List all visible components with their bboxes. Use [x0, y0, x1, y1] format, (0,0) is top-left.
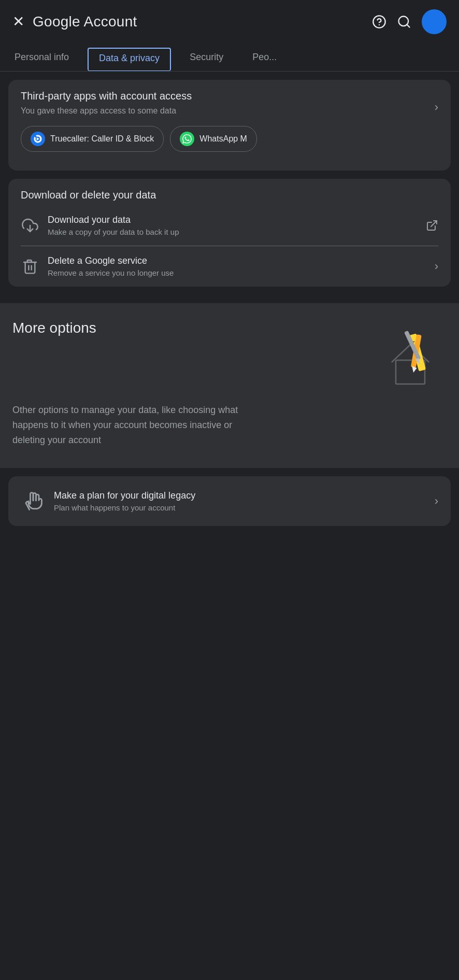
svg-line-3	[407, 24, 409, 27]
third-party-subtitle: You gave these apps access to some data	[21, 106, 192, 116]
third-party-apps-card: Third-party apps with account access You…	[8, 80, 451, 171]
legacy-title: Make a plan for your digital legacy	[54, 490, 426, 501]
third-party-header-row[interactable]: Third-party apps with account access You…	[21, 90, 438, 124]
main-content: Third-party apps with account access You…	[0, 80, 459, 526]
truecaller-label: Truecaller: Caller ID & Block	[50, 134, 154, 144]
header: ✕ Google Account	[0, 0, 459, 44]
more-options-section: More options	[0, 303, 459, 468]
search-icon[interactable]	[397, 15, 411, 29]
download-data-desc: Make a copy of your data to back it up	[48, 228, 418, 236]
delete-service-text: Delete a Google service Remove a service…	[48, 255, 426, 277]
download-data-text: Download your data Make a copy of your d…	[48, 215, 418, 236]
third-party-text: Third-party apps with account access You…	[21, 90, 192, 124]
tab-data-privacy[interactable]: Data & privacy	[88, 48, 171, 71]
third-party-title: Third-party apps with account access	[21, 90, 192, 102]
whatsapp-label: WhatsApp M	[199, 134, 247, 144]
download-data-title: Download your data	[48, 215, 418, 225]
whatsapp-chip[interactable]: WhatsApp M	[170, 126, 257, 152]
download-data-row[interactable]: Download your data Make a copy of your d…	[8, 205, 451, 246]
delete-service-row[interactable]: Delete a Google service Remove a service…	[8, 246, 451, 287]
delete-service-chevron: ›	[435, 260, 438, 273]
tab-security[interactable]: Security	[175, 44, 238, 71]
more-options-header: More options	[12, 320, 447, 392]
legacy-chevron: ›	[435, 494, 438, 508]
download-section-title: Download or delete your data	[21, 189, 438, 201]
download-section-header: Download or delete your data	[8, 179, 451, 201]
third-party-section: Third-party apps with account access You…	[8, 80, 451, 171]
legacy-text-block: Make a plan for your digital legacy Plan…	[54, 490, 426, 512]
whatsapp-icon	[180, 132, 194, 146]
third-party-chevron: ›	[435, 101, 438, 114]
digital-legacy-card[interactable]: Make a plan for your digital legacy Plan…	[8, 476, 451, 526]
truecaller-chip[interactable]: Truecaller: Caller ID & Block	[21, 126, 164, 152]
tab-people[interactable]: Peo...	[238, 44, 291, 71]
truecaller-icon	[31, 132, 45, 146]
more-options-text-block: More options	[12, 320, 96, 336]
avatar[interactable]	[422, 9, 447, 34]
app-chips-list: Truecaller: Caller ID & Block WhatsApp M	[21, 124, 438, 160]
tools-illustration	[374, 320, 447, 392]
more-options-desc: Other options to manage your data, like …	[12, 403, 261, 447]
section-divider	[0, 295, 459, 303]
hand-icon	[21, 489, 46, 514]
external-link-icon	[426, 219, 438, 232]
download-delete-card: Download or delete your data Download yo…	[8, 179, 451, 287]
page-title: Google Account	[33, 13, 364, 30]
help-icon[interactable]	[372, 15, 386, 29]
close-button[interactable]: ✕	[12, 15, 24, 29]
header-icons	[372, 9, 447, 34]
more-options-title: More options	[12, 320, 96, 336]
delete-service-desc: Remove a service you no longer use	[48, 268, 426, 277]
tabs-bar: Personal info Data & privacy Security Pe…	[0, 44, 459, 72]
legacy-desc: Plan what happens to your account	[54, 503, 426, 512]
trash-icon	[21, 257, 39, 276]
tab-personal-info[interactable]: Personal info	[0, 44, 83, 71]
svg-marker-15	[411, 366, 417, 373]
download-cloud-icon	[21, 216, 39, 235]
svg-line-5	[431, 221, 437, 226]
delete-service-title: Delete a Google service	[48, 255, 426, 266]
